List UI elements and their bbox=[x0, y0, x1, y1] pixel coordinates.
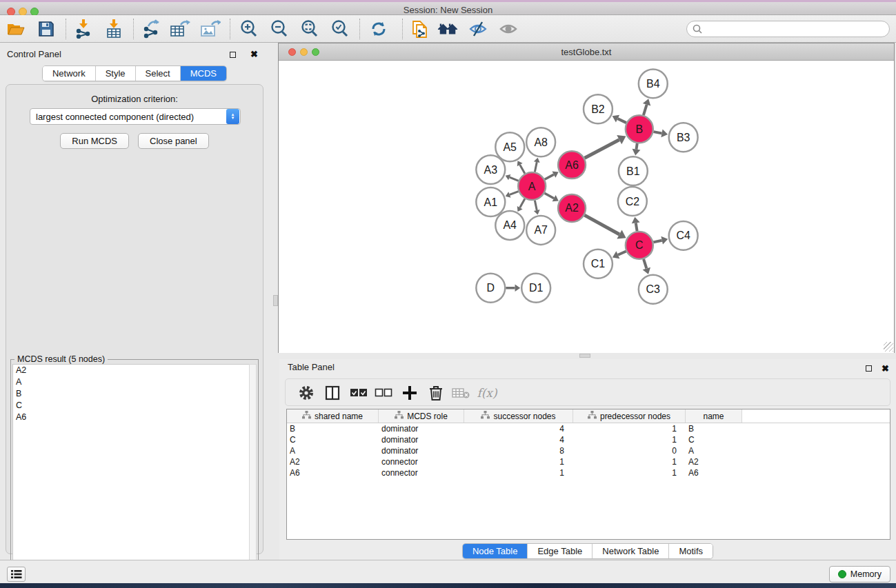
search-field[interactable] bbox=[686, 21, 890, 37]
import-table-icon[interactable] bbox=[103, 19, 124, 39]
cell-predecessor_nodes[interactable]: 0 bbox=[573, 445, 686, 456]
insert-column-icon[interactable] bbox=[323, 383, 342, 403]
cell-successor_nodes[interactable]: 1 bbox=[464, 467, 573, 478]
float-panel-icon[interactable] bbox=[230, 52, 236, 58]
mcds-list-scrollbar[interactable] bbox=[249, 364, 257, 588]
graph-node-A3[interactable]: A3 bbox=[476, 155, 505, 184]
edge-A-A8[interactable] bbox=[535, 162, 537, 172]
search-input[interactable] bbox=[702, 24, 875, 34]
cell-mcds_role[interactable]: connector bbox=[379, 456, 464, 467]
graph-node-C[interactable]: C bbox=[626, 232, 653, 259]
zoom-fit-icon[interactable] bbox=[299, 19, 320, 39]
cell-name[interactable]: A2 bbox=[686, 456, 742, 467]
graph-node-D[interactable]: D bbox=[476, 274, 505, 303]
vertical-split-handle[interactable] bbox=[273, 295, 278, 306]
table-row[interactable]: Adominator80A bbox=[287, 445, 890, 456]
edge-A-A5[interactable] bbox=[520, 165, 525, 174]
graph-node-C4[interactable]: C4 bbox=[669, 221, 698, 250]
export-image-icon[interactable] bbox=[200, 19, 221, 39]
table-row[interactable]: Bdominator41B bbox=[287, 423, 890, 434]
tab-style[interactable]: Style bbox=[96, 66, 136, 81]
deselect-all-icon[interactable] bbox=[374, 383, 393, 403]
edge-C-C4[interactable] bbox=[653, 241, 661, 243]
cell-shared_name[interactable]: B bbox=[287, 423, 379, 434]
node-table[interactable]: shared nameMCDS rolesuccessor nodesprede… bbox=[286, 409, 890, 540]
network-window-titlebar[interactable]: testGlobe.txt bbox=[279, 43, 894, 61]
hide-graphics-icon[interactable] bbox=[468, 19, 488, 39]
edge-C-C1[interactable] bbox=[618, 251, 626, 254]
memory-button[interactable]: Memory bbox=[829, 566, 890, 582]
graph-node-A4[interactable]: A4 bbox=[495, 211, 524, 240]
network-graph[interactable]: B4B2BB3B1C2A5A8A6A3AA1A2A4A7CC4C1C3DD1 bbox=[279, 61, 894, 353]
cell-successor_nodes[interactable]: 4 bbox=[464, 434, 573, 445]
edge-A-A3[interactable] bbox=[510, 177, 519, 181]
edge-A2-C[interactable] bbox=[584, 215, 619, 234]
save-session-icon[interactable] bbox=[36, 19, 57, 39]
close-panel-icon[interactable]: ✖ bbox=[250, 49, 263, 59]
column-header-MCDS-role[interactable]: MCDS role bbox=[379, 409, 464, 423]
tab-network-table[interactable]: Network Table bbox=[593, 544, 669, 558]
edge-A-A7[interactable] bbox=[535, 201, 537, 210]
mcds-result-item[interactable]: A bbox=[13, 376, 250, 388]
import-network-icon[interactable] bbox=[73, 19, 94, 39]
export-table-icon[interactable] bbox=[170, 19, 190, 39]
edge-A6-B[interactable] bbox=[585, 140, 619, 159]
cell-shared_name[interactable]: A bbox=[287, 445, 379, 456]
delete-icon[interactable] bbox=[426, 383, 446, 403]
cell-mcds_role[interactable]: dominator bbox=[379, 445, 464, 456]
graph-node-A[interactable]: A bbox=[518, 172, 546, 200]
graph-node-A7[interactable]: A7 bbox=[526, 216, 555, 245]
table-row[interactable]: Cdominator41C bbox=[287, 434, 890, 445]
column-header-name[interactable]: name bbox=[686, 409, 742, 423]
criterion-dropdown[interactable]: largest connected component (directed) ▲… bbox=[30, 108, 241, 125]
mcds-result-item[interactable]: A6 bbox=[13, 412, 250, 423]
graph-node-A1[interactable]: A1 bbox=[476, 187, 505, 216]
cell-shared_name[interactable]: C bbox=[287, 434, 379, 445]
cell-successor_nodes[interactable]: 1 bbox=[464, 456, 573, 467]
edge-A-A6[interactable] bbox=[545, 174, 554, 179]
graph-node-A8[interactable]: A8 bbox=[526, 128, 555, 156]
table-row[interactable]: A2connector11A2 bbox=[287, 456, 890, 467]
delete-table-icon[interactable] bbox=[451, 383, 470, 403]
show-graphics-icon[interactable] bbox=[498, 19, 519, 39]
graph-node-B4[interactable]: B4 bbox=[639, 69, 668, 98]
gear-icon[interactable] bbox=[297, 383, 316, 403]
cell-shared_name[interactable]: A2 bbox=[287, 456, 379, 467]
edge-A-A2[interactable] bbox=[545, 193, 555, 198]
tab-select[interactable]: Select bbox=[136, 66, 181, 81]
zoom-selected-icon[interactable] bbox=[330, 19, 350, 39]
cell-predecessor_nodes[interactable]: 1 bbox=[573, 456, 686, 467]
tab-mcds[interactable]: MCDS bbox=[181, 66, 226, 81]
edge-C-C3[interactable] bbox=[644, 259, 646, 269]
float-table-panel-icon[interactable] bbox=[866, 365, 872, 372]
cell-shared_name[interactable]: A6 bbox=[287, 467, 379, 478]
graph-node-C1[interactable]: C1 bbox=[584, 250, 613, 278]
graph-node-A6[interactable]: A6 bbox=[558, 151, 586, 179]
cell-name[interactable]: C bbox=[686, 434, 742, 445]
edge-B-B2[interactable] bbox=[618, 119, 626, 123]
zoom-in-icon[interactable] bbox=[239, 19, 259, 39]
mcds-result-item[interactable]: A2 bbox=[13, 365, 250, 376]
cell-successor_nodes[interactable]: 8 bbox=[464, 445, 573, 456]
edge-C-C2[interactable] bbox=[636, 223, 637, 231]
graph-node-D1[interactable]: D1 bbox=[521, 274, 550, 303]
tab-motifs[interactable]: Motifs bbox=[669, 544, 713, 558]
refresh-icon[interactable] bbox=[368, 19, 389, 39]
tab-node-table[interactable]: Node Table bbox=[463, 544, 528, 558]
edge-B-B1[interactable] bbox=[636, 143, 637, 150]
cell-mcds_role[interactable]: dominator bbox=[379, 423, 464, 434]
table-row[interactable]: A6connector11A6 bbox=[287, 467, 890, 478]
graph-node-C3[interactable]: C3 bbox=[639, 275, 668, 304]
tab-network[interactable]: Network bbox=[43, 66, 96, 81]
resize-grip-icon[interactable] bbox=[884, 342, 893, 352]
cell-successor_nodes[interactable]: 4 bbox=[464, 423, 573, 434]
graph-node-B3[interactable]: B3 bbox=[669, 123, 698, 152]
close-table-panel-icon[interactable]: ✖ bbox=[882, 363, 889, 374]
mcds-result-list[interactable]: A2ABCA6 bbox=[12, 364, 250, 588]
zoom-out-icon[interactable] bbox=[269, 19, 290, 39]
cell-name[interactable]: B bbox=[686, 423, 742, 434]
column-header-predecessor-nodes[interactable]: predecessor nodes bbox=[573, 409, 686, 423]
run-mcds-button[interactable]: Run MCDS bbox=[60, 133, 129, 149]
home-icon[interactable] bbox=[437, 19, 458, 39]
graph-node-A2[interactable]: A2 bbox=[558, 194, 586, 222]
